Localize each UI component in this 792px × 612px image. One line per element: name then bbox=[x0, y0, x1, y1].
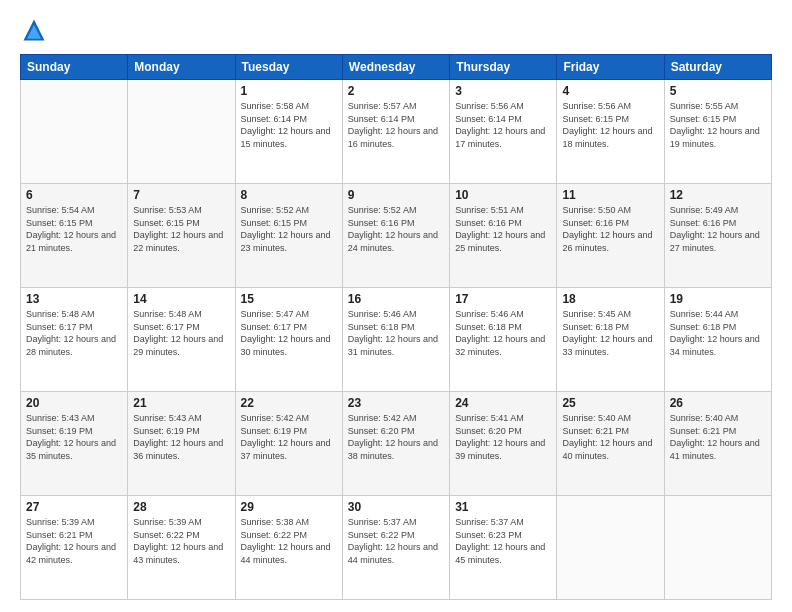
day-number: 4 bbox=[562, 84, 658, 98]
calendar-week-row: 20Sunrise: 5:43 AMSunset: 6:19 PMDayligh… bbox=[21, 392, 772, 496]
day-info: Sunrise: 5:49 AMSunset: 6:16 PMDaylight:… bbox=[670, 204, 766, 254]
day-info: Sunrise: 5:53 AMSunset: 6:15 PMDaylight:… bbox=[133, 204, 229, 254]
day-number: 12 bbox=[670, 188, 766, 202]
day-info: Sunrise: 5:56 AMSunset: 6:14 PMDaylight:… bbox=[455, 100, 551, 150]
calendar-cell: 27Sunrise: 5:39 AMSunset: 6:21 PMDayligh… bbox=[21, 496, 128, 600]
day-info: Sunrise: 5:50 AMSunset: 6:16 PMDaylight:… bbox=[562, 204, 658, 254]
calendar-cell: 31Sunrise: 5:37 AMSunset: 6:23 PMDayligh… bbox=[450, 496, 557, 600]
day-of-week-header: Friday bbox=[557, 55, 664, 80]
calendar-week-row: 13Sunrise: 5:48 AMSunset: 6:17 PMDayligh… bbox=[21, 288, 772, 392]
day-of-week-header: Wednesday bbox=[342, 55, 449, 80]
calendar-cell: 7Sunrise: 5:53 AMSunset: 6:15 PMDaylight… bbox=[128, 184, 235, 288]
day-number: 24 bbox=[455, 396, 551, 410]
day-number: 5 bbox=[670, 84, 766, 98]
calendar-cell: 30Sunrise: 5:37 AMSunset: 6:22 PMDayligh… bbox=[342, 496, 449, 600]
day-info: Sunrise: 5:43 AMSunset: 6:19 PMDaylight:… bbox=[133, 412, 229, 462]
day-number: 14 bbox=[133, 292, 229, 306]
calendar-cell: 16Sunrise: 5:46 AMSunset: 6:18 PMDayligh… bbox=[342, 288, 449, 392]
day-number: 16 bbox=[348, 292, 444, 306]
calendar-cell: 26Sunrise: 5:40 AMSunset: 6:21 PMDayligh… bbox=[664, 392, 771, 496]
calendar-cell bbox=[664, 496, 771, 600]
calendar-cell: 6Sunrise: 5:54 AMSunset: 6:15 PMDaylight… bbox=[21, 184, 128, 288]
calendar-cell: 12Sunrise: 5:49 AMSunset: 6:16 PMDayligh… bbox=[664, 184, 771, 288]
calendar-cell bbox=[21, 80, 128, 184]
day-info: Sunrise: 5:58 AMSunset: 6:14 PMDaylight:… bbox=[241, 100, 337, 150]
calendar-cell: 9Sunrise: 5:52 AMSunset: 6:16 PMDaylight… bbox=[342, 184, 449, 288]
day-info: Sunrise: 5:39 AMSunset: 6:21 PMDaylight:… bbox=[26, 516, 122, 566]
day-number: 27 bbox=[26, 500, 122, 514]
day-number: 19 bbox=[670, 292, 766, 306]
day-of-week-header: Monday bbox=[128, 55, 235, 80]
day-number: 18 bbox=[562, 292, 658, 306]
calendar-cell bbox=[557, 496, 664, 600]
day-number: 22 bbox=[241, 396, 337, 410]
day-of-week-header: Saturday bbox=[664, 55, 771, 80]
calendar-week-row: 1Sunrise: 5:58 AMSunset: 6:14 PMDaylight… bbox=[21, 80, 772, 184]
calendar-cell: 15Sunrise: 5:47 AMSunset: 6:17 PMDayligh… bbox=[235, 288, 342, 392]
day-of-week-header: Thursday bbox=[450, 55, 557, 80]
calendar-cell: 24Sunrise: 5:41 AMSunset: 6:20 PMDayligh… bbox=[450, 392, 557, 496]
day-info: Sunrise: 5:52 AMSunset: 6:15 PMDaylight:… bbox=[241, 204, 337, 254]
day-number: 10 bbox=[455, 188, 551, 202]
day-number: 30 bbox=[348, 500, 444, 514]
calendar-week-row: 27Sunrise: 5:39 AMSunset: 6:21 PMDayligh… bbox=[21, 496, 772, 600]
day-info: Sunrise: 5:41 AMSunset: 6:20 PMDaylight:… bbox=[455, 412, 551, 462]
calendar-cell: 13Sunrise: 5:48 AMSunset: 6:17 PMDayligh… bbox=[21, 288, 128, 392]
day-number: 31 bbox=[455, 500, 551, 514]
calendar-cell: 8Sunrise: 5:52 AMSunset: 6:15 PMDaylight… bbox=[235, 184, 342, 288]
day-info: Sunrise: 5:54 AMSunset: 6:15 PMDaylight:… bbox=[26, 204, 122, 254]
day-info: Sunrise: 5:45 AMSunset: 6:18 PMDaylight:… bbox=[562, 308, 658, 358]
calendar-cell: 17Sunrise: 5:46 AMSunset: 6:18 PMDayligh… bbox=[450, 288, 557, 392]
day-info: Sunrise: 5:55 AMSunset: 6:15 PMDaylight:… bbox=[670, 100, 766, 150]
day-info: Sunrise: 5:47 AMSunset: 6:17 PMDaylight:… bbox=[241, 308, 337, 358]
calendar-header: SundayMondayTuesdayWednesdayThursdayFrid… bbox=[21, 55, 772, 80]
day-number: 11 bbox=[562, 188, 658, 202]
days-of-week-row: SundayMondayTuesdayWednesdayThursdayFrid… bbox=[21, 55, 772, 80]
day-number: 29 bbox=[241, 500, 337, 514]
day-number: 3 bbox=[455, 84, 551, 98]
day-info: Sunrise: 5:44 AMSunset: 6:18 PMDaylight:… bbox=[670, 308, 766, 358]
header bbox=[20, 16, 772, 44]
day-info: Sunrise: 5:37 AMSunset: 6:22 PMDaylight:… bbox=[348, 516, 444, 566]
calendar-week-row: 6Sunrise: 5:54 AMSunset: 6:15 PMDaylight… bbox=[21, 184, 772, 288]
calendar-cell: 11Sunrise: 5:50 AMSunset: 6:16 PMDayligh… bbox=[557, 184, 664, 288]
calendar-cell: 25Sunrise: 5:40 AMSunset: 6:21 PMDayligh… bbox=[557, 392, 664, 496]
day-info: Sunrise: 5:40 AMSunset: 6:21 PMDaylight:… bbox=[562, 412, 658, 462]
day-number: 21 bbox=[133, 396, 229, 410]
calendar-cell: 5Sunrise: 5:55 AMSunset: 6:15 PMDaylight… bbox=[664, 80, 771, 184]
day-info: Sunrise: 5:40 AMSunset: 6:21 PMDaylight:… bbox=[670, 412, 766, 462]
calendar-cell bbox=[128, 80, 235, 184]
day-info: Sunrise: 5:39 AMSunset: 6:22 PMDaylight:… bbox=[133, 516, 229, 566]
day-info: Sunrise: 5:46 AMSunset: 6:18 PMDaylight:… bbox=[348, 308, 444, 358]
calendar-cell: 18Sunrise: 5:45 AMSunset: 6:18 PMDayligh… bbox=[557, 288, 664, 392]
day-info: Sunrise: 5:52 AMSunset: 6:16 PMDaylight:… bbox=[348, 204, 444, 254]
calendar-cell: 14Sunrise: 5:48 AMSunset: 6:17 PMDayligh… bbox=[128, 288, 235, 392]
calendar-cell: 4Sunrise: 5:56 AMSunset: 6:15 PMDaylight… bbox=[557, 80, 664, 184]
day-info: Sunrise: 5:48 AMSunset: 6:17 PMDaylight:… bbox=[26, 308, 122, 358]
day-number: 1 bbox=[241, 84, 337, 98]
day-info: Sunrise: 5:43 AMSunset: 6:19 PMDaylight:… bbox=[26, 412, 122, 462]
calendar-cell: 10Sunrise: 5:51 AMSunset: 6:16 PMDayligh… bbox=[450, 184, 557, 288]
day-number: 26 bbox=[670, 396, 766, 410]
calendar-cell: 29Sunrise: 5:38 AMSunset: 6:22 PMDayligh… bbox=[235, 496, 342, 600]
calendar-cell: 20Sunrise: 5:43 AMSunset: 6:19 PMDayligh… bbox=[21, 392, 128, 496]
day-number: 17 bbox=[455, 292, 551, 306]
calendar-cell: 2Sunrise: 5:57 AMSunset: 6:14 PMDaylight… bbox=[342, 80, 449, 184]
calendar-table: SundayMondayTuesdayWednesdayThursdayFrid… bbox=[20, 54, 772, 600]
day-number: 9 bbox=[348, 188, 444, 202]
calendar-cell: 28Sunrise: 5:39 AMSunset: 6:22 PMDayligh… bbox=[128, 496, 235, 600]
day-info: Sunrise: 5:56 AMSunset: 6:15 PMDaylight:… bbox=[562, 100, 658, 150]
day-number: 20 bbox=[26, 396, 122, 410]
day-info: Sunrise: 5:51 AMSunset: 6:16 PMDaylight:… bbox=[455, 204, 551, 254]
logo bbox=[20, 16, 52, 44]
calendar-cell: 1Sunrise: 5:58 AMSunset: 6:14 PMDaylight… bbox=[235, 80, 342, 184]
calendar-cell: 3Sunrise: 5:56 AMSunset: 6:14 PMDaylight… bbox=[450, 80, 557, 184]
generalblue-logo-icon bbox=[20, 16, 48, 44]
day-number: 8 bbox=[241, 188, 337, 202]
day-info: Sunrise: 5:57 AMSunset: 6:14 PMDaylight:… bbox=[348, 100, 444, 150]
day-number: 23 bbox=[348, 396, 444, 410]
calendar-cell: 19Sunrise: 5:44 AMSunset: 6:18 PMDayligh… bbox=[664, 288, 771, 392]
day-info: Sunrise: 5:46 AMSunset: 6:18 PMDaylight:… bbox=[455, 308, 551, 358]
day-info: Sunrise: 5:38 AMSunset: 6:22 PMDaylight:… bbox=[241, 516, 337, 566]
day-info: Sunrise: 5:37 AMSunset: 6:23 PMDaylight:… bbox=[455, 516, 551, 566]
